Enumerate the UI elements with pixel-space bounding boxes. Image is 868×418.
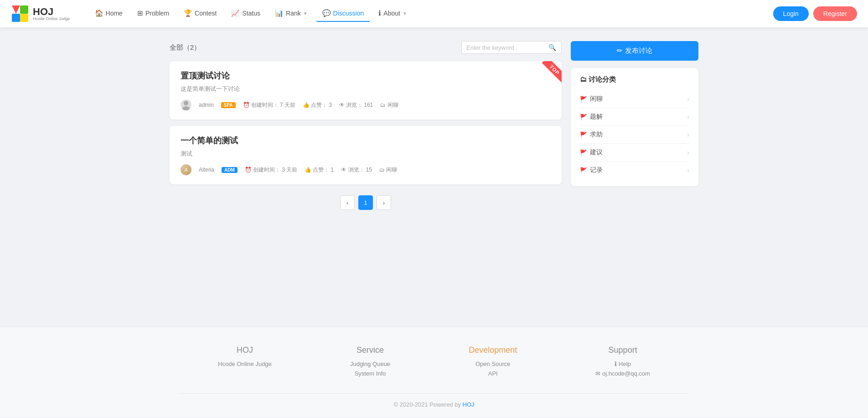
- author-tag-1: SPA: [221, 102, 236, 108]
- search-input[interactable]: [466, 44, 548, 51]
- logo-name: HOJ: [33, 7, 70, 17]
- footer-hoj-link[interactable]: Hcode Online Judge: [218, 361, 272, 367]
- discussion-card-1[interactable]: TOP 置顶测试讨论 这是简单测试一下讨论 admin SPA ⏰ 创建时间： …: [170, 61, 562, 120]
- flag-icon-solution: 🚩: [580, 114, 587, 120]
- contest-icon: 🏆: [184, 9, 192, 17]
- footer-hoj-title: HOJ: [218, 345, 272, 355]
- chevron-right-icon-help: ›: [687, 131, 689, 138]
- rank-icon: 📊: [275, 9, 284, 17]
- svg-point-4: [184, 101, 188, 105]
- flag-icon-help: 🚩: [580, 131, 587, 138]
- nav-menu: 🏠 Home ⊞ Problem 🏆 Contest 📈 Status 📊 Ra…: [88, 5, 773, 22]
- footer-support-title: Support: [595, 345, 650, 355]
- category-solution[interactable]: 🚩 题解 ›: [580, 108, 689, 126]
- footer-service-title: Service: [350, 345, 390, 355]
- list-title: 全部（2）: [170, 43, 201, 52]
- next-page-button[interactable]: ›: [377, 195, 391, 210]
- likes-2: 👍 点赞： 1: [305, 166, 334, 174]
- logo[interactable]: HOJ Hcode Online Judge: [11, 5, 70, 23]
- views-2: 👁 浏览： 15: [341, 166, 372, 174]
- svg-rect-2: [20, 14, 28, 22]
- search-icon[interactable]: 🔍: [548, 44, 556, 51]
- footer-api-link[interactable]: API: [469, 370, 517, 377]
- discussion-card-2[interactable]: 一个简单的测试 测试 A Alteria ADM ⏰ 创建时间： 3 天前 👍 …: [170, 126, 562, 184]
- author-tag-2: ADM: [222, 167, 238, 173]
- flag-icon-suggest: 🚩: [580, 149, 587, 156]
- nav-rank[interactable]: 📊 Rank ▼: [269, 5, 314, 22]
- category-chat[interactable]: 🚩 闲聊 ›: [580, 90, 689, 108]
- likes-1: 👍 点赞： 3: [303, 101, 332, 109]
- avatar-2: A: [181, 164, 191, 175]
- nav-problem[interactable]: ⊞ Problem: [131, 5, 176, 22]
- svg-marker-3: [12, 5, 20, 14]
- footer-columns: HOJ Hcode Online Judge Service Judging Q…: [179, 345, 689, 380]
- navbar-actions: Login Register: [773, 6, 857, 21]
- card-title-2: 一个简单的测试: [181, 135, 551, 146]
- card-meta-2: A Alteria ADM ⏰ 创建时间： 3 天前 👍 点赞： 1 👁 浏览：…: [181, 164, 551, 175]
- footer-col-support: Support ℹ Help ✉ oj.hcode@qq.com: [595, 345, 650, 380]
- pagination: ‹ 1 ›: [170, 195, 562, 210]
- flag-icon-record: 🚩: [580, 167, 587, 174]
- about-icon: ℹ: [378, 9, 381, 17]
- views-1: 👁 浏览： 161: [339, 101, 373, 109]
- logo-sub: Hcode Online Judge: [33, 17, 70, 21]
- chevron-right-icon-solution: ›: [687, 113, 689, 120]
- chevron-right-icon-suggest: ›: [687, 149, 689, 156]
- author-name-1: admin: [199, 102, 214, 108]
- flag-icon-chat: 🚩: [580, 96, 587, 103]
- category-panel: 🗂 讨论分类 🚩 闲聊 › 🚩 题解 › 🚩 求助: [571, 68, 698, 186]
- home-icon: 🏠: [95, 9, 103, 17]
- category-title: 🗂 讨论分类: [580, 75, 689, 84]
- nav-status[interactable]: 📈 Status: [225, 5, 267, 22]
- logo-icon: [11, 5, 29, 23]
- list-header: 全部（2） 🔍: [170, 41, 562, 54]
- card-title-1: 置顶测试讨论: [181, 70, 551, 81]
- card-meta-1: admin SPA ⏰ 创建时间： 7 天前 👍 点赞： 3 👁 浏览： 161…: [181, 99, 551, 110]
- footer-open-source-link[interactable]: Open Source: [469, 361, 517, 367]
- footer-col-service: Service Judging Queue System Info: [350, 345, 390, 380]
- footer-col-development: Development Open Source API: [469, 345, 517, 380]
- nav-home[interactable]: 🏠 Home: [88, 5, 129, 22]
- chevron-right-icon-chat: ›: [687, 95, 689, 103]
- footer: HOJ Hcode Online Judge Service Judging Q…: [0, 327, 868, 417]
- footer-bottom: © 2020-2021 Powered by HOJ: [179, 393, 689, 408]
- chevron-right-icon-record: ›: [687, 167, 689, 174]
- footer-help-link[interactable]: ℹ Help: [595, 361, 650, 367]
- avatar-1: [181, 99, 191, 110]
- footer-system-info-link[interactable]: System Info: [350, 370, 390, 377]
- author-name-2: Alteria: [199, 167, 214, 173]
- post-discussion-button[interactable]: ✏ 发布讨论: [571, 41, 698, 61]
- svg-point-5: [182, 106, 190, 110]
- register-button[interactable]: Register: [813, 6, 857, 21]
- card-desc-2: 测试: [181, 150, 551, 158]
- create-time-2: ⏰ 创建时间： 3 天前: [245, 166, 297, 174]
- navbar: HOJ Hcode Online Judge 🏠 Home ⊞ Problem …: [0, 0, 868, 27]
- problem-icon: ⊞: [137, 9, 143, 17]
- footer-col-hoj: HOJ Hcode Online Judge: [218, 345, 272, 380]
- nav-contest[interactable]: 🏆 Contest: [177, 5, 223, 22]
- nav-about[interactable]: ℹ About ▼: [372, 5, 413, 22]
- footer-hoj-link-bottom[interactable]: HOJ: [463, 401, 475, 408]
- svg-rect-1: [20, 5, 28, 14]
- category-1: 🗂 闲聊: [380, 101, 398, 109]
- svg-rect-0: [12, 14, 20, 22]
- footer-judging-queue-link[interactable]: Judging Queue: [350, 361, 390, 367]
- prev-page-button[interactable]: ‹: [340, 195, 355, 210]
- left-panel: 全部（2） 🔍 TOP 置顶测试讨论 这是简单测试一下讨论 admin: [170, 41, 562, 313]
- discussion-icon: 💬: [322, 9, 331, 17]
- status-icon: 📈: [231, 9, 240, 17]
- footer-development-title: Development: [469, 345, 517, 355]
- footer-email-link[interactable]: ✉ oj.hcode@qq.com: [595, 370, 650, 377]
- nav-discussion[interactable]: 💬 Discussion: [316, 5, 371, 22]
- category-2: 🗂 闲聊: [379, 166, 397, 174]
- chevron-down-icon: ▼: [303, 11, 308, 16]
- login-button[interactable]: Login: [773, 6, 809, 21]
- main-container: 全部（2） 🔍 TOP 置顶测试讨论 这是简单测试一下讨论 admin: [160, 27, 708, 327]
- category-suggest[interactable]: 🚩 建议 ›: [580, 144, 689, 162]
- category-record[interactable]: 🚩 记录 ›: [580, 162, 689, 179]
- right-panel: ✏ 发布讨论 🗂 讨论分类 🚩 闲聊 › 🚩 题解 ›: [571, 41, 698, 313]
- category-help[interactable]: 🚩 求助 ›: [580, 126, 689, 144]
- card-desc-1: 这是简单测试一下讨论: [181, 85, 551, 93]
- page-1-button[interactable]: 1: [358, 195, 373, 210]
- top-badge: TOP: [534, 61, 562, 89]
